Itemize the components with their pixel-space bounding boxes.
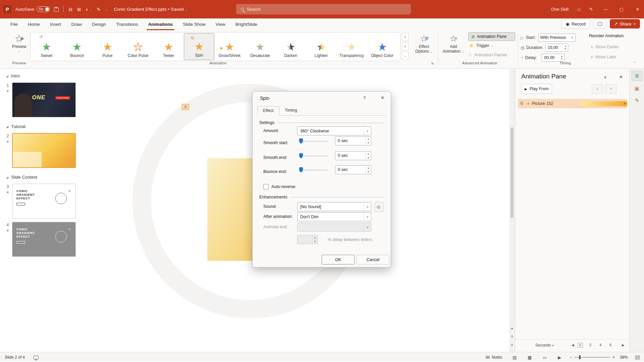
slide-thumbnail[interactable] <box>12 133 76 168</box>
tab-insert[interactable]: Insert <box>45 18 66 30</box>
zoom-out-button[interactable]: − <box>570 352 572 362</box>
sound-select[interactable]: [No Sound]∨ <box>297 202 371 211</box>
reorder-up-button[interactable]: ▲ <box>592 84 603 94</box>
minimize-button[interactable]: — <box>602 7 609 12</box>
section-header-tutorial[interactable]: ◢Tutorial <box>0 119 84 132</box>
gallery-more-icon[interactable]: ⌄ <box>402 52 409 60</box>
animation-pane-button[interactable]: ≣ Animation Pane <box>468 32 515 41</box>
chevron-down-icon[interactable]: ∨ <box>364 202 371 211</box>
record-button[interactable]: ◉Record <box>561 19 590 28</box>
play-from-button[interactable]: ▶ Play From <box>521 84 552 94</box>
timeline-unit-select[interactable]: Seconds ▾ <box>535 343 554 348</box>
reading-view-icon[interactable]: ▭ <box>543 352 547 362</box>
dialog-tab-effect[interactable]: Effect <box>257 106 279 116</box>
delay-input[interactable]: 00,00▲▼ <box>542 54 565 62</box>
restore-button[interactable]: ▢ <box>618 7 625 12</box>
scroll-up-icon[interactable]: ▲ <box>509 324 515 332</box>
add-animation-button[interactable]: ☆+ AddAnimation ⌄ <box>440 33 467 54</box>
gallery-item-darken[interactable]: ★Darken <box>275 33 306 60</box>
gallery-item-desaturate[interactable]: ★Desaturate <box>245 33 275 60</box>
slideshow-view-icon[interactable]: ▶ <box>558 352 561 362</box>
gallery-item-lighten[interactable]: ★Lighten <box>306 33 336 60</box>
scrollbar-thumb[interactable] <box>511 127 514 218</box>
tab-draw[interactable]: Draw <box>66 18 87 30</box>
animation-number-badge[interactable]: 0 <box>182 104 189 110</box>
ok-button[interactable]: OK <box>322 255 355 264</box>
gallery-item-pulse[interactable]: ★Pulse <box>92 33 123 60</box>
animation-timeline-bar[interactable]: ▼ <box>580 101 627 106</box>
canvas-scrollbar[interactable]: ▲ ⇞ ⇟ <box>509 69 515 352</box>
tab-file[interactable]: File <box>5 18 23 30</box>
zoom-slider-thumb[interactable] <box>579 355 581 359</box>
spinner-arrows[interactable]: ▲▼ <box>365 137 371 145</box>
share-button[interactable]: ↗Share∨ <box>610 19 640 28</box>
designer-pane-icon[interactable]: ▣ <box>632 83 642 94</box>
animation-dialog-launcher-icon[interactable]: ⇘ <box>431 61 434 65</box>
smooth-end-input[interactable]: 0 sec▲▼ <box>335 151 371 160</box>
normal-view-icon[interactable]: ▤ <box>513 352 517 362</box>
start-select[interactable]: With Previous∨ <box>538 34 576 42</box>
gallery-item-object-color[interactable]: ★Object Color <box>367 33 397 60</box>
trigger-button[interactable]: ⚡ Trigger⌄ <box>468 43 494 48</box>
zoom-level[interactable]: 38% <box>620 352 628 362</box>
animation-painter-button[interactable]: ☆ Animation Painter <box>468 52 507 57</box>
zoom-in-button[interactable]: + <box>612 352 615 362</box>
tab-brightslide[interactable]: BrightSlide <box>230 18 262 30</box>
bounce-end-input[interactable]: 0 sec▲▼ <box>335 165 371 174</box>
previous-slide-icon[interactable]: ⇞ <box>509 333 515 340</box>
bounce-end-slider[interactable] <box>299 167 328 173</box>
dialog-close-button[interactable]: ✕ <box>381 95 384 100</box>
comments-button[interactable] <box>593 19 606 28</box>
notes-button[interactable]: Notes <box>486 352 502 362</box>
move-later-button[interactable]: ∨Move Later <box>590 54 616 59</box>
close-button[interactable]: ✕ <box>634 7 641 12</box>
tab-view[interactable]: View <box>211 18 230 30</box>
auto-reverse-checkbox[interactable] <box>263 184 269 189</box>
smooth-end-slider[interactable] <box>299 153 328 159</box>
collapse-ribbon-icon[interactable]: ⌄ <box>633 60 636 63</box>
tab-home[interactable]: Home <box>23 18 45 30</box>
section-header-intro[interactable]: ◢Intro <box>0 69 84 81</box>
slide-thumbnail-row-3[interactable]: 3★CONICGRADIENTEFFECT✳ <box>0 182 84 221</box>
slide-thumbnail-row-2[interactable]: 2★ <box>0 132 84 170</box>
timeline-scroll-left-icon[interactable]: ◀ <box>572 343 574 347</box>
align-columns-icon[interactable]: ⊞ <box>77 7 81 12</box>
tab-slide-show[interactable]: Slide Show <box>178 18 211 30</box>
shape-fill-icon[interactable]: ◐ ⌄ <box>86 7 92 12</box>
sound-volume-button[interactable] <box>375 202 383 212</box>
move-earlier-button[interactable]: ∧Move Earlier <box>590 44 619 49</box>
display-icon[interactable] <box>34 352 39 362</box>
pane-collapse-icon[interactable]: ∨ <box>604 75 607 79</box>
gallery-item-bounce[interactable]: ★Bounce <box>62 33 92 60</box>
effect-options-button[interactable]: ☆⚙ EffectOptions ⌄ <box>412 33 436 54</box>
document-title[interactable]: Conic Gradient Effect.pptx • Saved ⌄ <box>114 7 187 12</box>
gallery-item-transparency[interactable]: ★Transparency <box>336 33 367 60</box>
cancel-button[interactable]: Cancel <box>357 255 389 264</box>
slide-thumbnail[interactable]: CONICGRADIENTEFFECT✳ <box>12 222 76 257</box>
reorder-down-button[interactable]: ▼ <box>605 84 616 94</box>
pane-close-icon[interactable]: ✕ <box>619 74 623 79</box>
chevron-down-icon[interactable]: ∨ <box>364 127 371 135</box>
gallery-down-icon[interactable]: ∨ <box>402 42 409 50</box>
tab-animations[interactable]: Animations <box>143 18 178 30</box>
amount-select[interactable]: 360° Clockwise∨ <box>297 126 371 135</box>
timeline-scroll-right-icon[interactable]: ▶ <box>622 343 625 347</box>
next-slide-icon[interactable]: ⇟ <box>509 341 515 349</box>
save-icon[interactable] <box>54 7 59 12</box>
align-distribute-icon[interactable]: ⊟ <box>68 7 72 12</box>
smooth-start-input[interactable]: 0 sec▲▼ <box>335 136 371 145</box>
coming-soon-icon[interactable]: ◇ <box>577 7 581 12</box>
gallery-up-icon[interactable]: ∧ <box>402 33 409 41</box>
spinner-arrows[interactable]: ▲▼ <box>365 152 371 160</box>
preview-button[interactable]: ☆▶ Preview ⌄ <box>6 33 32 52</box>
fit-to-window-icon[interactable] <box>635 352 640 362</box>
tab-design[interactable]: Design <box>87 18 111 30</box>
duration-input[interactable]: 10,00▲▼ <box>545 44 568 52</box>
search-input[interactable]: Search <box>236 4 411 14</box>
editing-mode-icon[interactable]: ✎ <box>589 7 593 12</box>
smooth-start-slider[interactable] <box>299 138 328 144</box>
gallery-item-color-pulse[interactable]: ★Color Pulse <box>123 33 153 60</box>
animation-item-row[interactable]: 0 ★ Picture 152 ▼ <box>518 99 627 108</box>
gallery-item-grow-shrink[interactable]: ★★Grow/Shrink <box>214 33 245 60</box>
slide-thumbnail[interactable]: CONICGRADIENTEFFECT✳ <box>12 184 76 219</box>
